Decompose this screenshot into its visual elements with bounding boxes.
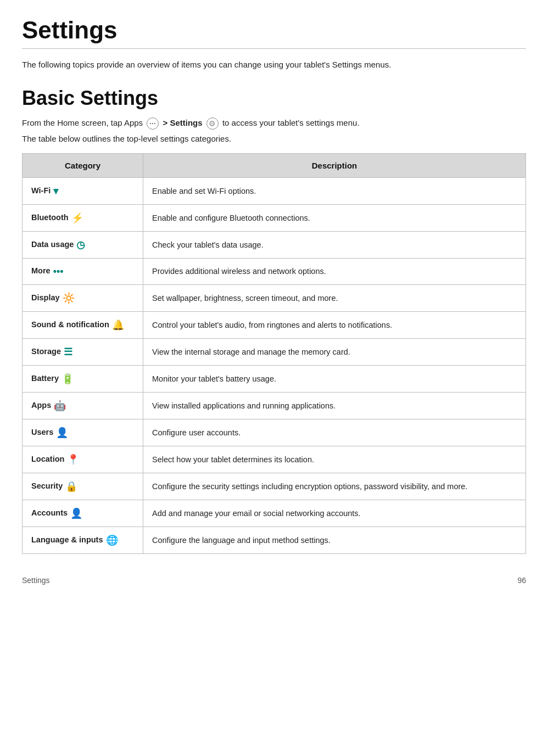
description-cell-bluetooth: Enable and configure Bluetooth connectio…: [143, 204, 526, 231]
category-label: Battery: [31, 373, 59, 382]
settings-icon: ⚙: [206, 117, 219, 130]
location-icon: 📍: [67, 454, 79, 465]
security-icon: 🔒: [65, 481, 77, 492]
description-cell-battery: Monitor your tablet's battery usage.: [143, 365, 526, 392]
category-label: Users: [31, 427, 53, 436]
category-cell-accounts: Accounts👤: [23, 500, 143, 527]
settings-table: Category Description Wi-Fi▾Enable and se…: [22, 153, 526, 554]
category-label: Apps: [31, 400, 51, 409]
basic-intro-text3: to access your tablet's settings menu.: [222, 118, 360, 127]
intro-text: The following topics provide an overview…: [22, 59, 526, 71]
category-cell-more: More•••: [23, 258, 143, 284]
users-icon: 👤: [56, 427, 68, 438]
data-usage-icon: ◷: [76, 239, 85, 250]
category-label: Wi-Fi: [31, 186, 51, 194]
page-title: Settings: [22, 16, 526, 44]
category-label: Display: [31, 293, 60, 301]
table-row: Accounts👤Add and manage your email or so…: [23, 500, 526, 527]
basic-intro: From the Home screen, tap Apps ⋯ > Setti…: [22, 116, 526, 130]
language-inputs-icon: 🌐: [106, 535, 118, 546]
intro-content: The following topics provide an overview…: [22, 60, 391, 69]
apps-icon: ⋯: [147, 117, 159, 130]
description-cell-users: Configure user accounts.: [143, 419, 526, 446]
apps-icon: 🤖: [54, 400, 66, 411]
category-label: Sound & notification: [31, 320, 109, 328]
display-icon: 🔆: [63, 293, 75, 304]
description-cell-language-inputs: Configure the language and input method …: [143, 527, 526, 553]
table-row: Security🔒Configure the security settings…: [23, 473, 526, 500]
section-title: Basic Settings: [22, 87, 526, 110]
description-cell-security: Configure the security settings includin…: [143, 473, 526, 500]
category-cell-storage: Storage☰: [23, 338, 143, 365]
table-row: Apps🤖View installed applications and run…: [23, 392, 526, 419]
description-cell-sound-notification: Control your tablet's audio, from ringto…: [143, 311, 526, 338]
table-row: Users👤Configure user accounts.: [23, 419, 526, 446]
category-cell-sound-notification: Sound & notification🔔: [23, 311, 143, 338]
table-row: Wi-Fi▾Enable and set Wi-Fi options.: [23, 177, 526, 204]
bluetooth-icon: ⚡: [71, 212, 83, 223]
table-row: Data usage◷Check your tablet's data usag…: [23, 231, 526, 258]
footer-right: 96: [517, 576, 526, 585]
table-row: Location📍Select how your tablet determin…: [23, 446, 526, 473]
category-label: More: [31, 266, 51, 275]
wifi-icon: ▾: [53, 186, 58, 197]
category-cell-data-usage: Data usage◷: [23, 231, 143, 258]
description-cell-display: Set wallpaper, brightness, screen timeou…: [143, 284, 526, 311]
category-label: Data usage: [31, 239, 74, 248]
category-label: Location: [31, 454, 64, 463]
title-divider: [22, 48, 526, 49]
table-row: Battery🔋Monitor your tablet's battery us…: [23, 365, 526, 392]
basic-intro-text2: > Settings: [163, 118, 202, 127]
category-cell-location: Location📍: [23, 446, 143, 473]
battery-icon: 🔋: [61, 373, 74, 384]
category-cell-language-inputs: Language & inputs🌐: [23, 527, 143, 553]
storage-icon: ☰: [64, 346, 72, 357]
description-cell-apps: View installed applications and running …: [143, 392, 526, 419]
footer-left: Settings: [22, 576, 50, 585]
category-cell-battery: Battery🔋: [23, 365, 143, 392]
category-label: Security: [31, 481, 63, 490]
category-cell-wifi: Wi-Fi▾: [23, 177, 143, 204]
description-cell-data-usage: Check your tablet's data usage.: [143, 231, 526, 258]
table-row: Storage☰View the internal storage and ma…: [23, 338, 526, 365]
sound-notification-icon: 🔔: [112, 320, 124, 331]
category-cell-users: Users👤: [23, 419, 143, 446]
table-row: Bluetooth⚡Enable and configure Bluetooth…: [23, 204, 526, 231]
table-row: Display🔆Set wallpaper, brightness, scree…: [23, 284, 526, 311]
description-cell-location: Select how your tablet determines its lo…: [143, 446, 526, 473]
table-row: Sound & notification🔔Control your tablet…: [23, 311, 526, 338]
table-row: More•••Provides additional wireless and …: [23, 258, 526, 284]
table-row: Language & inputs🌐Configure the language…: [23, 527, 526, 553]
description-cell-wifi: Enable and set Wi-Fi options.: [143, 177, 526, 204]
basic-intro-text1: From the Home screen, tap Apps: [22, 118, 143, 127]
category-label: Language & inputs: [31, 535, 103, 544]
description-cell-more: Provides additional wireless and network…: [143, 258, 526, 284]
table-header-row: Category Description: [23, 153, 526, 177]
accounts-icon: 👤: [70, 508, 82, 519]
col-description-header: Description: [143, 153, 526, 177]
category-label: Storage: [31, 346, 61, 355]
more-icon: •••: [53, 266, 64, 277]
page-footer: Settings 96: [22, 576, 526, 585]
category-label: Bluetooth: [31, 212, 69, 221]
category-label: Accounts: [31, 508, 68, 517]
col-category-header: Category: [23, 153, 143, 177]
sub-intro: The table below outlines the top-level s…: [22, 134, 526, 143]
category-cell-apps: Apps🤖: [23, 392, 143, 419]
category-cell-security: Security🔒: [23, 473, 143, 500]
description-cell-storage: View the internal storage and manage the…: [143, 338, 526, 365]
description-cell-accounts: Add and manage your email or social netw…: [143, 500, 526, 527]
category-cell-display: Display🔆: [23, 284, 143, 311]
category-cell-bluetooth: Bluetooth⚡: [23, 204, 143, 231]
